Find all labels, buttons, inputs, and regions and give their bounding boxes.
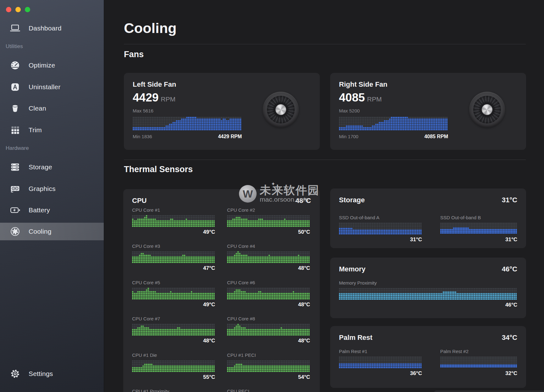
sensor-temp: 31°C — [440, 237, 517, 243]
sensor-label: Palm Rest #2 — [440, 349, 469, 354]
sensor-label: CPU #1 Proximity — [132, 389, 169, 392]
sensor-history-chart — [132, 324, 215, 336]
zoom-button[interactable] — [25, 7, 30, 12]
sensor-temp: 50°C — [227, 229, 310, 235]
sensor-label: CPU Core #2 — [227, 207, 255, 213]
sensor-label: CPU PECI — [227, 389, 249, 392]
sensor-temp: 48°C — [227, 302, 310, 308]
sidebar-item-label: Clean — [29, 105, 46, 112]
fan-hub — [482, 104, 492, 115]
grid-icon — [8, 124, 22, 136]
sensor-temp: 48°C — [227, 265, 310, 271]
sidebar-item-battery[interactable]: Battery — [0, 201, 104, 219]
sensor-label: CPU Core #1 — [132, 207, 160, 213]
palmrest-card-title: Palm Rest — [339, 334, 372, 342]
cpu-sensor-card: CPU 48°C CPU Core #1 49°C CPU Core #2 50… — [123, 189, 320, 392]
sensor-history-chart — [440, 223, 517, 234]
sidebar-item-uninstaller[interactable]: Uninstaller — [0, 78, 104, 96]
sidebar-item-label: Optimize — [29, 62, 55, 69]
sensor-temp: 48°C — [227, 338, 310, 344]
fan-max-label: Max 5616 — [133, 108, 153, 113]
sensor-temp: 36°C — [339, 370, 422, 377]
fan-current-label: 4429 RPM — [218, 134, 242, 139]
divider — [124, 160, 526, 160]
fan-current-label: 4085 RPM — [424, 134, 448, 139]
sidebar-item-optimize[interactable]: Optimize — [0, 57, 104, 74]
sensor-history-chart — [227, 324, 310, 336]
sensor-label: CPU #1 Die — [132, 352, 157, 358]
sensor-temp: 55°C — [132, 374, 215, 380]
sidebar-item-cooling[interactable]: Cooling — [0, 223, 104, 240]
storage-card-title: Storage — [339, 196, 365, 204]
next-card-edge — [434, 390, 544, 392]
sensor-temp: 47°C — [132, 265, 215, 271]
sidebar-item-settings[interactable]: Settings — [0, 365, 104, 383]
divider — [124, 44, 526, 44]
sensor-label: CPU Core #6 — [227, 280, 255, 285]
fan-card-left: Left Side Fan 4429RPM Max 5616 Min 1836 … — [124, 73, 320, 150]
close-button[interactable] — [6, 7, 11, 12]
memory-card-temp: 46°C — [502, 265, 517, 273]
appstore-icon — [8, 81, 22, 93]
sidebar-item-label: Uninstaller — [29, 83, 60, 91]
sensor-label: CPU Core #3 — [132, 243, 160, 249]
fan-hub — [275, 104, 286, 115]
sidebar-item-label: Trim — [29, 126, 42, 134]
sensor-history-chart — [339, 223, 422, 235]
sensor-label: CPU Core #5 — [132, 280, 160, 285]
fan-max-label: Max 5200 — [339, 108, 360, 113]
sensor-history-chart — [132, 251, 215, 264]
sensor-label: Memory Proximity — [339, 280, 377, 286]
sensor-temp: 32°C — [440, 370, 517, 377]
sensor-history-chart — [227, 215, 310, 227]
sensor-history-chart — [132, 215, 215, 227]
sidebar-item-dashboard[interactable]: Dashboard — [0, 19, 104, 37]
sensor-label: SSD Out-of-band A — [339, 215, 379, 220]
sensor-label: CPU #1 PECI — [227, 352, 256, 358]
palmrest-card-temp: 34°C — [502, 334, 517, 342]
sensor-label: CPU Core #4 — [227, 243, 255, 249]
palmrest-sensor-card: Palm Rest 34°C Palm Rest #1 36°C Palm Re… — [330, 326, 526, 388]
fan-photo — [469, 92, 505, 128]
sidebar-item-label: Storage — [29, 163, 52, 171]
sidebar-section-utilities: Utilities — [6, 43, 23, 50]
sidebar-item-label: Cooling — [29, 228, 52, 235]
bucket-icon — [8, 102, 22, 115]
window-controls — [6, 7, 30, 12]
memory-card-title: Memory — [339, 265, 365, 273]
sensor-label: SSD Out-of-band B — [440, 215, 481, 220]
sensor-temp: 54°C — [227, 374, 310, 380]
sensor-history-chart — [339, 288, 517, 300]
fan-history-chart — [133, 117, 242, 131]
sensor-history-chart — [227, 288, 310, 300]
cpu-card-temp: 48°C — [296, 197, 311, 205]
sensor-history-chart — [440, 357, 517, 368]
memory-sensor-card: Memory 46°C Memory Proximity 46°C — [330, 258, 526, 318]
sidebar-item-label: Battery — [29, 206, 50, 214]
sidebar-item-clean[interactable]: Clean — [0, 100, 104, 117]
storage-card-temp: 31°C — [502, 196, 517, 204]
sensor-history-chart — [132, 288, 215, 300]
fan-title: Right Side Fan — [339, 80, 387, 89]
fan-rpm-unit: RPM — [161, 95, 175, 103]
sidebar-item-label: Graphics — [29, 185, 56, 193]
fan-card-right: Right Side Fan 4085RPM Max 5200 Min 1700… — [330, 73, 526, 150]
sidebar-item-trim[interactable]: Trim — [0, 121, 104, 139]
sensor-temp: 49°C — [132, 229, 215, 235]
laptop-icon — [8, 22, 22, 35]
fan-rpm-number: 4429 — [133, 91, 158, 104]
page-title: Cooling — [124, 20, 176, 36]
battery-icon — [8, 204, 22, 216]
sidebar-item-graphics[interactable]: Graphics — [0, 180, 104, 198]
fan-title: Left Side Fan — [133, 80, 176, 89]
sensor-temp: 31°C — [339, 237, 422, 243]
fan-icon — [8, 225, 22, 238]
server-icon — [8, 161, 22, 173]
gpu-icon — [8, 182, 22, 195]
app-window: DashboardUtilitiesOptimizeUninstallerCle… — [0, 0, 544, 392]
sidebar-item-storage[interactable]: Storage — [0, 158, 104, 176]
sensor-temp: 46°C — [339, 302, 517, 308]
fan-history-chart — [339, 117, 448, 131]
sensor-label: Palm Rest #1 — [339, 349, 367, 354]
minimize-button[interactable] — [15, 7, 21, 12]
